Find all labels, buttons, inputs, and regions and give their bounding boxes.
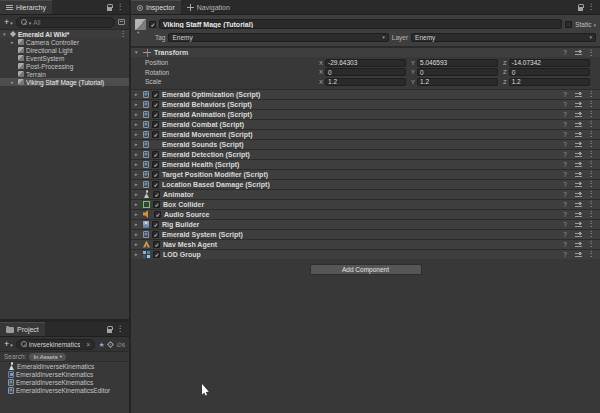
z-value-input[interactable]: -14.07342 xyxy=(509,59,590,67)
component-enabled-checkbox[interactable] xyxy=(152,231,159,238)
component-kebab-icon[interactable] xyxy=(588,240,596,248)
hidden-packages-count[interactable]: ∅6 xyxy=(116,341,125,348)
presets-icon[interactable] xyxy=(575,50,582,56)
help-icon[interactable] xyxy=(562,171,569,178)
presets-icon[interactable] xyxy=(575,172,582,178)
component-enabled-checkbox[interactable] xyxy=(153,251,160,258)
project-search-input[interactable]: inversekinematics × xyxy=(16,339,96,350)
scene-foldout-icon[interactable] xyxy=(3,32,8,37)
presets-icon[interactable] xyxy=(575,212,582,218)
help-icon[interactable] xyxy=(562,101,569,108)
component-enabled-checkbox[interactable] xyxy=(154,211,161,218)
help-icon[interactable] xyxy=(562,161,569,168)
component-enabled-checkbox[interactable] xyxy=(153,201,160,208)
component-enabled-checkbox[interactable] xyxy=(152,171,159,178)
component-kebab-icon[interactable] xyxy=(588,180,596,188)
hierarchy-item[interactable]: Viking Staff Mage (Tutorial) xyxy=(0,78,129,86)
component-foldout-icon[interactable] xyxy=(135,232,140,237)
help-icon[interactable] xyxy=(562,121,569,128)
transform-foldout-icon[interactable] xyxy=(135,50,140,55)
component-header[interactable]: Emerald System (Script) xyxy=(131,229,600,239)
component-kebab-icon[interactable] xyxy=(588,250,596,258)
presets-icon[interactable] xyxy=(575,162,582,168)
component-header[interactable]: Location Based Damage (Script) xyxy=(131,179,600,189)
component-kebab-icon[interactable] xyxy=(588,190,596,198)
component-foldout-icon[interactable] xyxy=(135,162,140,167)
create-button[interactable]: + xyxy=(4,340,13,349)
component-header[interactable]: Emerald Optimization (Script) xyxy=(131,89,600,99)
component-foldout-icon[interactable] xyxy=(135,102,140,107)
search-clear-button[interactable]: × xyxy=(86,341,90,348)
foldout-icon[interactable] xyxy=(11,80,16,85)
menu-kebab-icon[interactable] xyxy=(117,3,125,11)
help-icon[interactable] xyxy=(562,181,569,188)
component-kebab-icon[interactable] xyxy=(588,150,596,158)
component-header[interactable]: Nav Mesh Agent xyxy=(131,239,600,249)
component-foldout-icon[interactable] xyxy=(135,202,140,207)
component-kebab-icon[interactable] xyxy=(588,140,596,148)
presets-icon[interactable] xyxy=(575,142,582,148)
search-scope-in-assets[interactable]: In Assets xyxy=(29,353,66,361)
presets-icon[interactable] xyxy=(575,222,582,228)
component-foldout-icon[interactable] xyxy=(135,182,140,187)
lock-icon[interactable] xyxy=(578,7,583,11)
x-value-input[interactable]: -29.64303 xyxy=(325,59,406,67)
help-icon[interactable] xyxy=(562,111,569,118)
component-foldout-icon[interactable] xyxy=(135,132,140,137)
project-result-item[interactable]: EmeraldInverseKinematicsEditor xyxy=(0,386,129,394)
help-icon[interactable] xyxy=(562,241,569,248)
tab-project[interactable]: Project xyxy=(0,322,45,336)
component-foldout-icon[interactable] xyxy=(135,192,140,197)
help-icon[interactable] xyxy=(562,141,569,148)
static-dropdown[interactable]: Static xyxy=(575,21,596,28)
static-checkbox[interactable] xyxy=(565,21,572,28)
active-checkbox[interactable] xyxy=(149,21,156,28)
component-kebab-icon[interactable] xyxy=(588,220,596,228)
hierarchy-search-input[interactable]: All xyxy=(16,17,115,28)
component-enabled-checkbox[interactable] xyxy=(153,241,160,248)
transform-header[interactable]: Transform xyxy=(131,47,600,57)
component-foldout-icon[interactable] xyxy=(135,222,140,227)
z-value-input[interactable]: 0 xyxy=(509,68,590,76)
presets-icon[interactable] xyxy=(575,102,582,108)
y-value-input[interactable]: 0 xyxy=(417,68,498,76)
component-enabled-checkbox[interactable] xyxy=(152,161,159,168)
presets-icon[interactable] xyxy=(575,122,582,128)
component-header[interactable]: Emerald Movement (Script) xyxy=(131,129,600,139)
hierarchy-item[interactable]: Directional Light xyxy=(0,46,129,54)
component-foldout-icon[interactable] xyxy=(135,92,140,97)
menu-kebab-icon[interactable] xyxy=(117,325,125,333)
x-value-input[interactable]: 1.2 xyxy=(325,78,406,86)
add-component-button[interactable]: Add Component xyxy=(310,264,422,275)
lock-icon[interactable] xyxy=(107,7,112,11)
component-kebab-icon[interactable] xyxy=(588,170,596,178)
component-foldout-icon[interactable] xyxy=(135,172,140,177)
presets-icon[interactable] xyxy=(575,202,582,208)
component-header[interactable]: Emerald Behaviors (Script) xyxy=(131,99,600,109)
help-icon[interactable] xyxy=(562,251,569,258)
hierarchy-item[interactable]: Post-Processing xyxy=(0,62,129,70)
gameobject-name-input[interactable]: Viking Staff Mage (Tutorial) xyxy=(159,19,562,29)
component-foldout-icon[interactable] xyxy=(135,242,140,247)
presets-icon[interactable] xyxy=(575,232,582,238)
component-foldout-icon[interactable] xyxy=(135,252,140,257)
component-kebab-icon[interactable] xyxy=(588,230,596,238)
project-result-item[interactable]: EmeraldInverseKinematics xyxy=(0,370,129,378)
component-kebab-icon[interactable] xyxy=(588,210,596,218)
help-icon[interactable] xyxy=(562,91,569,98)
search-by-label-icon[interactable] xyxy=(107,341,114,348)
component-header[interactable]: Emerald Combat (Script) xyxy=(131,119,600,129)
create-button[interactable]: + xyxy=(4,18,13,27)
component-kebab-icon[interactable] xyxy=(588,200,596,208)
presets-icon[interactable] xyxy=(575,182,582,188)
hierarchy-item[interactable]: Camera Controller xyxy=(0,38,129,46)
component-foldout-icon[interactable] xyxy=(135,152,140,157)
layer-dropdown[interactable]: Enemy xyxy=(411,33,596,42)
gameobject-cube-icon[interactable] xyxy=(135,19,146,30)
project-result-item[interactable]: EmeraldInverseKinematics xyxy=(0,378,129,386)
scene-kebab-icon[interactable] xyxy=(120,30,128,38)
presets-icon[interactable] xyxy=(575,132,582,138)
component-header[interactable]: Animator xyxy=(131,189,600,199)
component-header[interactable]: Box Collider xyxy=(131,199,600,209)
tab-hierarchy[interactable]: Hierarchy xyxy=(0,0,52,14)
